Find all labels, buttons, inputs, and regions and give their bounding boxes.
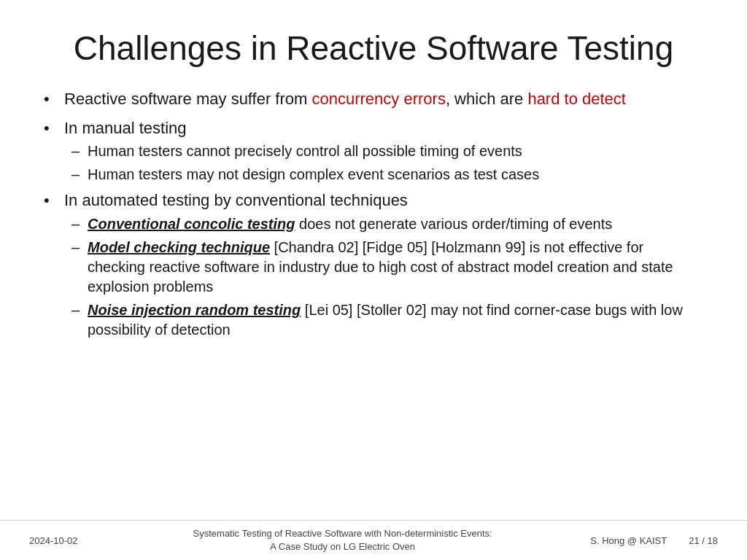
bullet-dot-1: • bbox=[44, 88, 64, 110]
bullet-item-3: • In automated testing by conventional t… bbox=[44, 190, 703, 343]
sub-text-automated-2: Model checking technique [Chandra 02] [F… bbox=[88, 238, 703, 297]
sub-dash-auto-1: – bbox=[64, 214, 88, 234]
bullet-item-1: • Reactive software may suffer from conc… bbox=[44, 88, 703, 110]
sub-item-automated-1: – Conventional concolic testing does not… bbox=[64, 214, 703, 234]
model-checking-label: Model checking technique bbox=[88, 239, 270, 255]
footer-title: Systematic Testing of Reactive Software … bbox=[95, 527, 590, 553]
sub-dash-auto-2: – bbox=[64, 238, 88, 257]
slide-content: • Reactive software may suffer from conc… bbox=[44, 88, 703, 502]
slide-title: Challenges in Reactive Software Testing bbox=[44, 29, 703, 68]
footer-page: 21 / 18 bbox=[689, 535, 718, 546]
manual-testing-sublist: – Human testers cannot precisely control… bbox=[64, 141, 703, 184]
sub-item-manual-1: – Human testers cannot precisely control… bbox=[64, 141, 703, 161]
footer-author: S. Hong @ KAIST bbox=[590, 535, 667, 546]
sub-dash-1: – bbox=[64, 141, 88, 161]
sub-dash-2: – bbox=[64, 165, 88, 184]
footer-title-line2: A Case Study on LG Electric Oven bbox=[270, 541, 415, 552]
sub-text-automated-3: Noise injection random testing [Lei 05] … bbox=[88, 300, 703, 340]
automated-testing-sublist: – Conventional concolic testing does not… bbox=[64, 214, 703, 340]
sub-item-automated-3: – Noise injection random testing [Lei 05… bbox=[64, 300, 703, 340]
slide-footer: 2024-10-02 Systematic Testing of Reactiv… bbox=[0, 520, 747, 560]
sub-dash-auto-3: – bbox=[64, 300, 88, 320]
bullet-text-3: In automated testing by conventional tec… bbox=[64, 190, 703, 343]
sub-text-automated-1: Conventional concolic testing does not g… bbox=[88, 214, 703, 234]
footer-title-line1: Systematic Testing of Reactive Software … bbox=[193, 528, 492, 539]
bullet-item-2: • In manual testing – Human testers cann… bbox=[44, 117, 703, 189]
noise-injection-label: Noise injection random testing bbox=[88, 302, 301, 318]
hard-to-detect-text: hard to detect bbox=[527, 90, 626, 108]
concolic-testing-label: Conventional concolic testing bbox=[88, 216, 295, 232]
main-bullet-list: • Reactive software may suffer from conc… bbox=[44, 88, 703, 345]
footer-date: 2024-10-02 bbox=[29, 535, 95, 546]
sub-item-automated-2: – Model checking technique [Chandra 02] … bbox=[64, 238, 703, 297]
concurrency-errors-text: concurrency errors bbox=[312, 90, 446, 108]
bullet-dot-3: • bbox=[44, 190, 64, 211]
sub-item-manual-2: – Human testers may not design complex e… bbox=[64, 165, 703, 184]
bullet-text-2: In manual testing – Human testers cannot… bbox=[64, 117, 703, 189]
sub-text-manual-2: Human testers may not design complex eve… bbox=[88, 165, 703, 184]
slide: Challenges in Reactive Software Testing … bbox=[0, 0, 747, 560]
bullet-dot-2: • bbox=[44, 117, 64, 139]
bullet-text-1: Reactive software may suffer from concur… bbox=[64, 88, 703, 110]
sub-text-manual-1: Human testers cannot precisely control a… bbox=[88, 141, 703, 161]
